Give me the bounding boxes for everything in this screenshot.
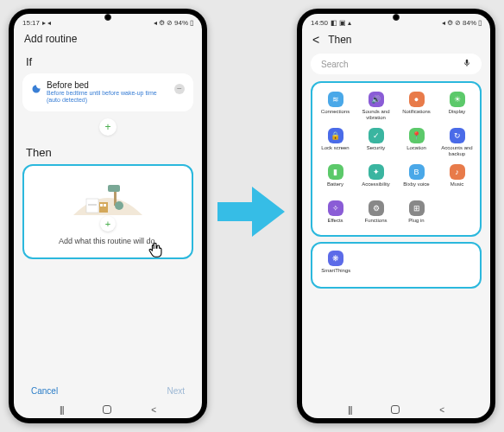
actions-grid-card: ≋Connections🔊Sounds and vibration●Notifi… <box>311 81 482 237</box>
arrow-icon <box>217 181 287 245</box>
grid-item-security[interactable]: ✓Security <box>356 126 395 159</box>
battery-icon: ▯ <box>190 19 193 27</box>
add-action-button[interactable]: + <box>100 216 116 232</box>
page-title: Add routine <box>14 29 202 50</box>
grid-item-label: Connections <box>321 109 350 121</box>
grid-item-label: SmartThings <box>321 268 350 280</box>
nav-back-button[interactable]: < <box>439 405 444 415</box>
grid-item-label: Battery <box>327 181 343 194</box>
nav-recent-button[interactable]: ||| <box>60 405 64 415</box>
grid-item-accounts-and-backup[interactable]: ↻Accounts and backup <box>438 126 476 159</box>
then-card[interactable]: + Add what this routine will do. <box>22 164 193 259</box>
moon-icon <box>31 82 41 98</box>
lock-screen-icon: 🔒 <box>328 128 343 143</box>
search-placeholder: Search <box>321 60 349 69</box>
status-time: 15:17 <box>22 19 40 27</box>
grid-item-display[interactable]: ☀Display <box>438 90 476 123</box>
grid-item-label: Effects <box>327 218 343 230</box>
grid-item-smartthings[interactable]: ❋ SmartThings <box>316 249 356 282</box>
accessibility-icon: ✦ <box>369 164 384 180</box>
condition-subtitle: Before bedtime until before wake-up time… <box>47 90 169 105</box>
status-battery: 94% <box>174 19 188 27</box>
grid-item-label: Notifications <box>402 109 431 121</box>
grid-item-label: Sounds and vibration <box>358 109 394 121</box>
location-icon: 📍 <box>409 128 425 143</box>
phone-frame-right: 14:50 ◧ ▣ ▴ ◂ ⚙ ⊘ 84% ▯ < Then Search ≋C… <box>297 9 495 423</box>
connections-icon: ≋ <box>328 92 343 107</box>
grid-item-notifications[interactable]: ●Notifications <box>397 90 436 123</box>
next-button[interactable]: Next <box>167 386 185 396</box>
svg-rect-7 <box>104 204 106 206</box>
plus-icon: + <box>104 121 110 133</box>
cancel-button[interactable]: Cancel <box>31 386 58 396</box>
grid-item-label: Lock screen <box>321 145 349 157</box>
bixby-voice-icon: B <box>409 164 425 180</box>
condition-card-before-bed[interactable]: Before bed Before bedtime until before w… <box>22 73 193 111</box>
page-title: Then <box>328 34 351 46</box>
nav-bar: ||| < <box>302 399 490 418</box>
grid-item-label: Security <box>367 145 386 157</box>
svg-point-2 <box>115 201 123 210</box>
grid-item-label: Location <box>406 145 426 157</box>
nav-recent-button[interactable]: ||| <box>348 405 352 415</box>
grid-item-label: Music <box>450 181 464 194</box>
grid-item-label: Plug in <box>408 218 424 230</box>
grid-item-location[interactable]: 📍Location <box>397 126 436 159</box>
sounds-and-vibration-icon: 🔊 <box>369 92 384 107</box>
plus-icon: + <box>105 219 110 229</box>
hand-cursor-icon <box>147 240 166 263</box>
grid-item-sounds-and-vibration[interactable]: 🔊Sounds and vibration <box>356 90 395 123</box>
nav-home-button[interactable] <box>103 405 111 414</box>
screen-left: 15:17 ▸ ◂ ◂ ⚙ ⊘ 94% ▯ Add routine If Bef… <box>14 14 202 418</box>
battery-icon: ▯ <box>478 19 482 27</box>
search-input[interactable]: Search <box>311 54 482 74</box>
grid-item-effects[interactable]: ✧Effects <box>316 199 355 232</box>
svg-rect-5 <box>99 202 108 213</box>
remove-condition-button[interactable]: − <box>174 84 185 94</box>
if-section-label: If <box>14 50 202 72</box>
mic-icon[interactable] <box>463 59 471 69</box>
status-icons-left: ◧ ▣ ▴ <box>331 19 351 27</box>
status-network-icon: ◂ ⚙ ⊘ <box>442 19 461 27</box>
smartthings-card: ❋ SmartThings <box>311 242 482 289</box>
actions-grid: ≋Connections🔊Sounds and vibration●Notifi… <box>316 90 476 232</box>
camera-cutout <box>104 14 111 21</box>
back-button[interactable]: < <box>312 33 319 47</box>
accounts-and-backup-icon: ↻ <box>450 128 465 143</box>
grid-item-label: Accessibility <box>362 181 390 194</box>
svg-rect-1 <box>108 185 120 192</box>
grid-item-connections[interactable]: ≋Connections <box>316 90 355 123</box>
functions-icon: ⚙ <box>369 200 384 216</box>
effects-icon: ✧ <box>328 200 343 216</box>
grid-item-lock-screen[interactable]: 🔒Lock screen <box>316 126 355 159</box>
display-icon: ☀ <box>450 92 465 107</box>
grid-item-accessibility[interactable]: ✦Accessibility <box>356 162 395 195</box>
grid-item-plug-in[interactable]: ⊞Plug in <box>397 199 436 232</box>
screen-right: 14:50 ◧ ▣ ▴ ◂ ⚙ ⊘ 84% ▯ < Then Search ≋C… <box>302 14 490 418</box>
bottom-actions: Cancel Next <box>14 383 202 399</box>
camera-cutout <box>393 14 400 21</box>
condition-text: Before bed Before bedtime until before w… <box>47 80 169 105</box>
condition-title: Before bed <box>47 80 169 90</box>
phone-frame-left: 15:17 ▸ ◂ ◂ ⚙ ⊘ 94% ▯ Add routine If Bef… <box>9 9 207 423</box>
grid-item-label: Display <box>449 109 466 121</box>
nav-home-button[interactable] <box>391 405 400 414</box>
nav-bar: ||| < <box>14 399 202 418</box>
grid-item-music[interactable]: ♪Music <box>438 162 476 195</box>
nav-back-button[interactable]: < <box>151 405 156 415</box>
svg-rect-4 <box>88 204 97 206</box>
grid-item-label: Bixby voice <box>403 181 429 194</box>
smartthings-icon: ❋ <box>328 251 343 266</box>
grid-item-bixby-voice[interactable]: BBixby voice <box>397 162 436 195</box>
plug-in-icon: ⊞ <box>409 200 425 216</box>
grid-item-battery[interactable]: ▮Battery <box>316 162 355 195</box>
add-condition-button[interactable]: + <box>99 118 117 136</box>
status-network-icon: ◂ ⚙ ⊘ <box>154 19 173 27</box>
header: < Then <box>302 29 490 52</box>
notifications-icon: ● <box>409 92 425 107</box>
status-battery: 84% <box>463 19 476 27</box>
then-section-label: Then <box>14 141 202 162</box>
music-icon: ♪ <box>450 164 465 180</box>
status-time: 14:50 <box>311 19 328 27</box>
grid-item-functions[interactable]: ⚙Functions <box>356 199 395 232</box>
